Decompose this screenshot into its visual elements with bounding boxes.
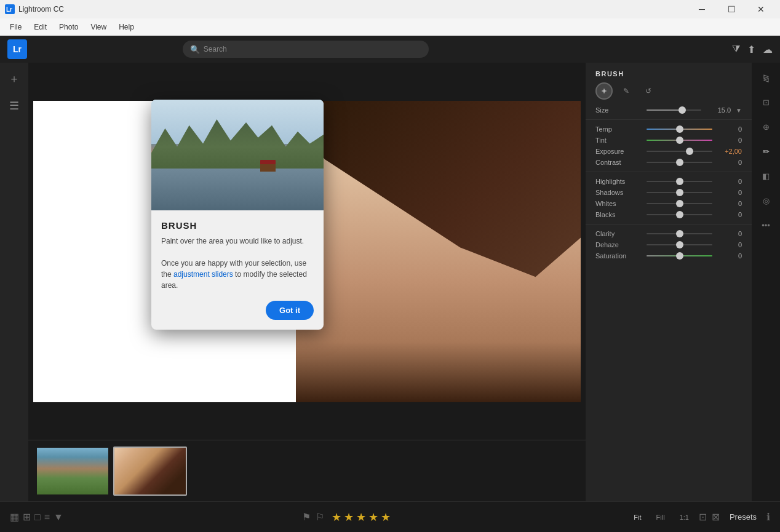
slider-track-whites[interactable]: [647, 203, 712, 204]
menu-photo[interactable]: Photo: [54, 20, 83, 34]
slider-label-shadows: Shadows: [595, 189, 642, 196]
radial-icon[interactable]: ◎: [756, 191, 776, 210]
slider-track-clarity[interactable]: [647, 233, 712, 234]
slider-thumb-tint[interactable]: [676, 137, 683, 144]
slider-track-saturation[interactable]: [647, 255, 712, 256]
erase-brush-tool[interactable]: ✎: [618, 82, 635, 100]
info-icon[interactable]: ℹ: [766, 511, 770, 523]
slider-thumb-shadows[interactable]: [676, 189, 683, 196]
flag-icon[interactable]: ⚑: [302, 511, 311, 523]
size-slider-track[interactable]: [647, 109, 701, 111]
bottom-left-controls: ▦ ⊞ □ ≡ ▼: [10, 511, 63, 523]
slider-row-whites: Whites 0: [586, 198, 752, 209]
size-arrow[interactable]: ▼: [736, 107, 742, 114]
star-3[interactable]: ★: [356, 510, 366, 524]
slider-thumb-dehaze[interactable]: [676, 241, 683, 248]
library-icon[interactable]: ☰: [3, 95, 25, 117]
slider-track-blacks[interactable]: [647, 214, 712, 215]
slider-value-saturation: 0: [717, 252, 742, 260]
popup-title: BRUSH: [161, 220, 314, 231]
sort-icon[interactable]: ≡: [44, 512, 50, 523]
slider-label-tint: Tint: [595, 137, 642, 144]
slider-thumb-blacks[interactable]: [676, 211, 683, 218]
cloud-icon[interactable]: ☁: [763, 44, 773, 55]
share-icon[interactable]: ⬆: [747, 44, 755, 55]
gradient-icon[interactable]: ◧: [756, 166, 776, 186]
landscape-thumbnail-image: [37, 448, 108, 494]
oneone-button[interactable]: 1:1: [675, 511, 694, 523]
brush-icon[interactable]: ✏: [756, 141, 776, 161]
fit-button[interactable]: Fit: [629, 511, 646, 523]
slider-label-contrast: Contrast: [595, 159, 642, 166]
menu-help[interactable]: Help: [114, 20, 139, 34]
menu-edit[interactable]: Edit: [29, 20, 52, 34]
slider-thumb-whites[interactable]: [676, 200, 683, 207]
slider-label-temp: Temp: [595, 125, 642, 133]
close-button[interactable]: ✕: [747, 0, 775, 18]
reset-brush-tool[interactable]: ↺: [640, 82, 657, 100]
slider-value-highlights: 0: [717, 178, 742, 185]
slider-thumb-clarity[interactable]: [676, 230, 683, 237]
got-it-button[interactable]: Got it: [266, 301, 314, 320]
split-icon[interactable]: ⊠: [712, 511, 720, 523]
brush-tools: ＋ ✎ ↺: [586, 82, 752, 105]
minimize-button[interactable]: ─: [688, 0, 716, 18]
crop-icon[interactable]: ⊡: [756, 92, 776, 112]
slider-thumb-exposure[interactable]: [686, 148, 693, 155]
filter-icon[interactable]: ⧩: [732, 44, 740, 55]
slider-track-tint[interactable]: [647, 140, 712, 141]
size-slider-thumb[interactable]: [679, 106, 686, 114]
slider-track-dehaze[interactable]: [647, 244, 712, 245]
slider-row-shadows: Shadows 0: [586, 187, 752, 198]
healing-icon[interactable]: ⊕: [756, 117, 776, 137]
maximize-button[interactable]: ☐: [717, 0, 746, 18]
divider-1: [586, 119, 752, 120]
slider-thumb-highlights[interactable]: [676, 178, 683, 185]
slider-track-shadows[interactable]: [647, 192, 712, 193]
divider-after-contrast: [586, 172, 752, 172]
grid-multi-icon[interactable]: ⊞: [23, 511, 31, 523]
slider-track-temp[interactable]: [647, 129, 712, 130]
add-icon[interactable]: ＋: [3, 68, 25, 90]
more-icon[interactable]: •••: [756, 215, 776, 235]
star-1[interactable]: ★: [332, 510, 341, 524]
filmstrip-thumbnail-landscape[interactable]: [36, 447, 109, 496]
popup-landscape-image: [151, 100, 324, 210]
menu-file[interactable]: File: [5, 20, 26, 34]
flag2-icon[interactable]: ⚐: [316, 511, 324, 523]
slider-row-temp: Temp 0: [586, 124, 752, 135]
filmstrip-thumbnail-portrait[interactable]: [113, 447, 187, 496]
star-4[interactable]: ★: [368, 510, 378, 524]
grid-single-icon[interactable]: ▦: [10, 511, 19, 523]
slider-track-exposure[interactable]: [647, 151, 712, 152]
slider-thumb-contrast[interactable]: [676, 159, 683, 166]
adjustment-sliders: Temp 0 Tint 0 Exposure +2,00 Contrast 0: [586, 124, 752, 261]
brush-panel-header: BRUSH: [586, 63, 752, 82]
add-brush-tool[interactable]: ＋: [595, 82, 613, 100]
slider-track-highlights[interactable]: [647, 181, 712, 182]
left-sidebar: ＋ ☰: [0, 63, 28, 501]
sort-arrow-icon[interactable]: ▼: [54, 512, 63, 523]
search-icon: 🔍: [190, 45, 200, 54]
app-icon: Lr: [5, 4, 15, 14]
slider-label-blacks: Blacks: [595, 211, 642, 218]
center-panel: BRUSH Paint over the area you would like…: [28, 63, 586, 501]
divider-after-blacks: [586, 224, 752, 224]
search-bar[interactable]: 🔍 Search: [183, 41, 429, 58]
menu-view[interactable]: View: [86, 20, 111, 34]
compare-icon[interactable]: ⊡: [699, 511, 707, 523]
slider-label-exposure: Exposure: [595, 148, 642, 155]
adjustments-icon[interactable]: ⧎: [756, 68, 776, 87]
slider-track-contrast[interactable]: [647, 162, 712, 163]
slider-thumb-temp[interactable]: [676, 125, 683, 133]
slider-thumb-saturation[interactable]: [676, 252, 683, 260]
slider-value-tint: 0: [717, 137, 742, 144]
main-area: ＋ ☰: [0, 63, 780, 501]
fill-button[interactable]: Fill: [651, 511, 670, 523]
square-icon[interactable]: □: [34, 512, 41, 523]
slider-value-whites: 0: [717, 200, 742, 207]
slider-label-whites: Whites: [595, 200, 642, 207]
star-5[interactable]: ★: [381, 510, 391, 524]
presets-label[interactable]: Presets: [725, 510, 762, 524]
star-2[interactable]: ★: [344, 510, 354, 524]
